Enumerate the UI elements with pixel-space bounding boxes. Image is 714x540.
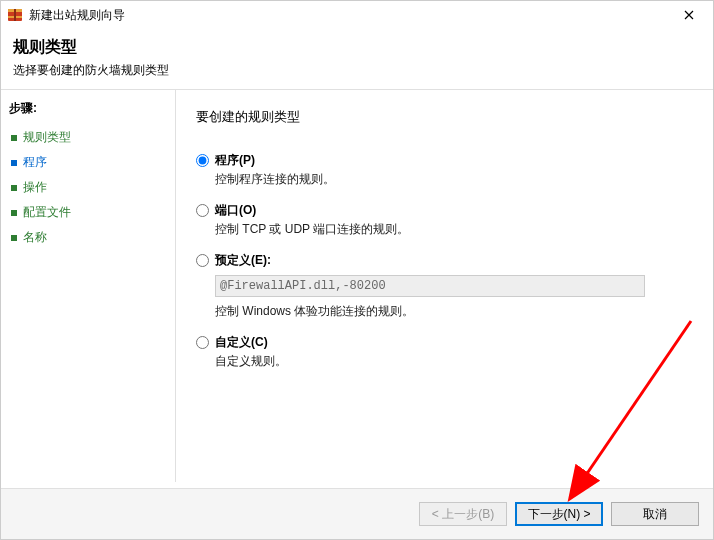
step-label: 程序: [23, 154, 47, 171]
wizard-body: 步骤: 规则类型 程序 操作 配置文件 名称: [1, 90, 713, 482]
window-title: 新建出站规则向导: [29, 7, 669, 24]
firewall-icon: [7, 7, 23, 23]
option-port-label: 端口(O): [215, 202, 256, 219]
option-predefined-row[interactable]: 预定义(E):: [196, 252, 693, 269]
step-rule-type[interactable]: 规则类型: [9, 125, 167, 150]
close-button[interactable]: [669, 1, 709, 29]
step-profile[interactable]: 配置文件: [9, 200, 167, 225]
step-label: 名称: [23, 229, 47, 246]
option-port-row[interactable]: 端口(O): [196, 202, 693, 219]
radio-predefined[interactable]: [196, 254, 209, 267]
steps-heading: 步骤:: [9, 100, 167, 117]
option-custom: 自定义(C) 自定义规则。: [196, 334, 693, 370]
radio-custom[interactable]: [196, 336, 209, 349]
option-predefined-desc: 控制 Windows 体验功能连接的规则。: [215, 303, 693, 320]
step-label: 规则类型: [23, 129, 71, 146]
option-program: 程序(P) 控制程序连接的规则。: [196, 152, 693, 188]
option-predefined: 预定义(E): 控制 Windows 体验功能连接的规则。: [196, 252, 693, 320]
content-pane: 要创建的规则类型 程序(P) 控制程序连接的规则。 端口(O) 控制 TCP 或…: [176, 90, 713, 482]
option-program-row[interactable]: 程序(P): [196, 152, 693, 169]
bullet-icon: [11, 135, 17, 141]
option-custom-desc: 自定义规则。: [215, 353, 693, 370]
wizard-footer: < 上一步(B) 下一步(N) > 取消: [1, 488, 713, 539]
step-program[interactable]: 程序: [9, 150, 167, 175]
step-label: 操作: [23, 179, 47, 196]
bullet-icon: [11, 185, 17, 191]
predefined-select: [215, 275, 645, 297]
radio-program[interactable]: [196, 154, 209, 167]
step-action[interactable]: 操作: [9, 175, 167, 200]
option-custom-row[interactable]: 自定义(C): [196, 334, 693, 351]
option-custom-label: 自定义(C): [215, 334, 268, 351]
bullet-icon: [11, 235, 17, 241]
option-program-label: 程序(P): [215, 152, 255, 169]
option-predefined-label: 预定义(E):: [215, 252, 271, 269]
radio-port[interactable]: [196, 204, 209, 217]
option-port: 端口(O) 控制 TCP 或 UDP 端口连接的规则。: [196, 202, 693, 238]
content-prompt: 要创建的规则类型: [196, 108, 693, 126]
back-button: < 上一步(B): [419, 502, 507, 526]
wizard-window: 新建出站规则向导 规则类型 选择要创建的防火墙规则类型 步骤: 规则类型 程序 …: [0, 0, 714, 540]
steps-sidebar: 步骤: 规则类型 程序 操作 配置文件 名称: [1, 90, 176, 482]
page-subtitle: 选择要创建的防火墙规则类型: [13, 62, 701, 79]
bullet-icon: [11, 160, 17, 166]
cancel-button[interactable]: 取消: [611, 502, 699, 526]
option-program-desc: 控制程序连接的规则。: [215, 171, 693, 188]
option-port-desc: 控制 TCP 或 UDP 端口连接的规则。: [215, 221, 693, 238]
page-title: 规则类型: [13, 37, 701, 58]
step-name[interactable]: 名称: [9, 225, 167, 250]
step-label: 配置文件: [23, 204, 71, 221]
next-button[interactable]: 下一步(N) >: [515, 502, 603, 526]
svg-rect-3: [14, 9, 16, 21]
bullet-icon: [11, 210, 17, 216]
title-bar: 新建出站规则向导: [1, 1, 713, 29]
wizard-header: 规则类型 选择要创建的防火墙规则类型: [1, 29, 713, 90]
